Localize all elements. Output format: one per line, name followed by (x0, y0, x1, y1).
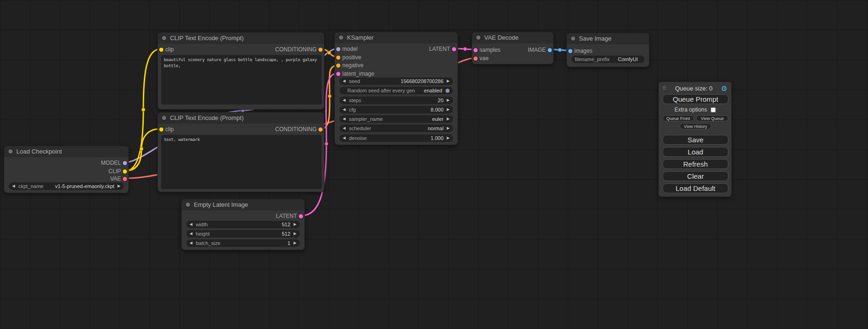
node-titlebar[interactable]: VAE Decode (472, 32, 553, 43)
increment-icon[interactable]: ▶ (447, 97, 450, 104)
collapse-dot-icon[interactable] (162, 36, 166, 40)
load-default-button[interactable]: Load Default (663, 183, 728, 193)
output-slot-vae[interactable] (123, 177, 127, 181)
input-slot-negative[interactable] (336, 63, 340, 68)
widget-steps[interactable]: ◀ steps 20 ▶ (339, 97, 453, 104)
drag-handle-icon[interactable]: ⠿ (663, 86, 666, 91)
save-button[interactable]: Save (663, 135, 728, 145)
link-midpoint-dot (463, 47, 467, 51)
output-slot-conditioning[interactable] (318, 127, 323, 132)
node-ksampler[interactable]: KSampler model LATENT positive negative … (334, 32, 458, 145)
node-titlebar[interactable]: CLIP Text Encode (Prompt) (158, 33, 324, 44)
widget-batch-size[interactable]: ◀ batch_size 1 ▶ (186, 239, 300, 247)
increment-icon[interactable]: ▶ (447, 125, 450, 132)
input-slot-model[interactable] (336, 47, 340, 51)
widget-denoise[interactable]: ◀ denoise 1.000 ▶ (339, 134, 453, 142)
widget-random-seed-toggle[interactable]: Random seed after every gen enabled (339, 87, 453, 94)
input-label-images: images (574, 47, 593, 55)
input-slot-clip[interactable] (159, 48, 163, 52)
extra-options-row: Extra options (659, 106, 731, 113)
node-vae-decode[interactable]: VAE Decode samples IMAGE vae (472, 32, 554, 64)
output-label-vae: VAE (110, 175, 121, 182)
link-midpoint-dot (558, 48, 562, 52)
widget-height[interactable]: ◀ height 512 ▶ (186, 230, 300, 238)
input-slot-samples[interactable] (473, 48, 478, 52)
node-titlebar[interactable]: Load Checkpoint (4, 146, 128, 157)
decrement-icon[interactable]: ◀ (190, 230, 192, 238)
collapse-dot-icon[interactable] (571, 36, 575, 41)
node-empty-latent-image[interactable]: Empty Latent Image LATENT ◀ width 512 ▶ … (181, 199, 305, 250)
node-clip-text-encode-negative[interactable]: CLIP Text Encode (Prompt) clip CONDITION… (157, 112, 325, 192)
collapse-dot-icon[interactable] (339, 35, 343, 40)
decrement-icon[interactable]: ◀ (343, 77, 346, 85)
node-titlebar[interactable]: Save Image (567, 33, 649, 44)
node-load-checkpoint[interactable]: Load Checkpoint MODEL CLIP VAE ◀ ckpt_na… (4, 146, 129, 193)
node-title: Load Checkpoint (16, 148, 62, 155)
toggle-dot-icon[interactable] (445, 89, 450, 93)
prompt-textarea[interactable]: beautiful scenery nature glass bottle la… (161, 55, 322, 105)
node-titlebar[interactable]: Empty Latent Image (182, 199, 304, 210)
decrement-icon[interactable]: ◀ (343, 97, 346, 104)
decrement-icon[interactable]: ◀ (190, 239, 192, 247)
increment-icon[interactable]: ▶ (294, 239, 296, 247)
queue-front-button[interactable]: Queue Front (663, 115, 694, 121)
input-slot-vae[interactable] (473, 56, 478, 61)
decrement-icon[interactable]: ◀ (343, 106, 346, 113)
decrement-icon[interactable]: ◀ (343, 134, 346, 142)
decrement-icon[interactable]: ◀ (343, 125, 346, 132)
increment-icon[interactable]: ▶ (294, 221, 296, 228)
increment-icon[interactable]: ▶ (447, 77, 450, 85)
slot-row: images (567, 47, 649, 55)
output-slot-image[interactable] (548, 48, 552, 52)
input-slot-positive[interactable] (336, 56, 340, 60)
widget-filename-prefix[interactable]: filename_prefix ComfyUI (572, 56, 644, 63)
node-titlebar[interactable]: CLIP Text Encode (Prompt) (158, 112, 324, 124)
decrement-icon[interactable]: ◀ (190, 221, 192, 228)
prompt-textarea[interactable]: text, watermark (161, 135, 322, 189)
output-slot-model[interactable] (123, 161, 127, 165)
refresh-button[interactable]: Refresh (663, 159, 728, 169)
increment-icon[interactable]: ▶ (447, 134, 450, 142)
link-midpoint-dot (328, 94, 332, 98)
output-label-conditioning: CONDITIONING (275, 46, 317, 53)
input-label-model: model (342, 45, 358, 53)
output-slot-conditioning[interactable] (318, 48, 323, 52)
increment-icon[interactable]: ▶ (294, 230, 296, 238)
decrement-icon[interactable]: ◀ (343, 115, 346, 123)
widget-cfg[interactable]: ◀ cfg 8.000 ▶ (339, 106, 453, 113)
collapse-dot-icon[interactable] (186, 203, 190, 207)
increment-icon[interactable]: ▶ (118, 182, 120, 190)
input-slot-images[interactable] (568, 49, 572, 53)
widget-width[interactable]: ◀ width 512 ▶ (186, 221, 300, 228)
widget-seed[interactable]: ◀ seed 156680208700286 ▶ (339, 77, 453, 85)
extra-options-checkbox[interactable] (711, 107, 716, 112)
clear-button[interactable]: Clear (663, 171, 728, 181)
link-midpoint-dot (325, 142, 328, 146)
output-slot-latent[interactable] (452, 47, 456, 51)
collapse-dot-icon[interactable] (476, 35, 480, 40)
widget-sampler-name[interactable]: ◀ sampler_name euler ▶ (339, 115, 453, 123)
widget-scheduler[interactable]: ◀ scheduler normal ▶ (339, 125, 453, 132)
output-slot-latent[interactable] (299, 214, 303, 218)
output-slot-clip[interactable] (123, 169, 127, 174)
input-slot-latent-image[interactable] (336, 72, 340, 76)
decrement-icon[interactable]: ◀ (12, 182, 15, 190)
increment-icon[interactable]: ▶ (447, 106, 450, 113)
node-save-image[interactable]: Save Image images filename_prefix ComfyU… (566, 33, 649, 67)
slot-row: vae (472, 55, 553, 62)
collapse-dot-icon[interactable] (8, 149, 13, 154)
collapse-dot-icon[interactable] (162, 116, 166, 120)
widget-value: ComfyUI (618, 56, 638, 62)
view-history-button[interactable]: View History (680, 123, 711, 129)
node-clip-text-encode-positive[interactable]: CLIP Text Encode (Prompt) clip CONDITION… (157, 32, 325, 110)
output-label-latent: LATENT (429, 45, 450, 53)
settings-gear-icon[interactable]: ⚙ (721, 85, 727, 92)
input-slot-clip[interactable] (159, 127, 163, 132)
load-button[interactable]: Load (663, 147, 728, 157)
view-queue-button[interactable]: View Queue (696, 115, 728, 121)
queue-prompt-button[interactable]: Queue Prompt (663, 94, 728, 104)
increment-icon[interactable]: ▶ (447, 115, 450, 123)
node-titlebar[interactable]: KSampler (335, 32, 458, 43)
output-row-vae: VAE (4, 175, 128, 182)
widget-ckpt-name[interactable]: ◀ ckpt_name v1-5-pruned-emaonly.ckpt ▶ (9, 182, 124, 190)
